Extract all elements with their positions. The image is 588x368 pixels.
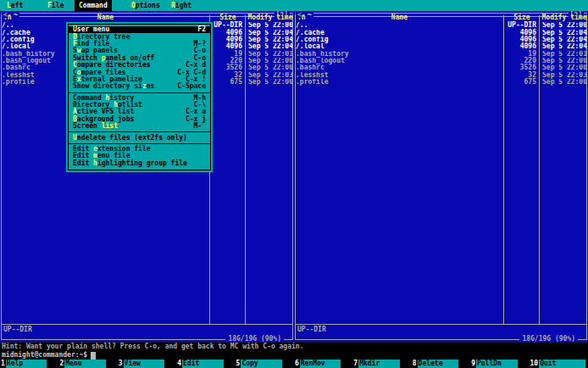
file-mtime: Sep 5 22:00 (245, 79, 292, 86)
fkey-label: Edit (182, 360, 224, 368)
fkey-2-menu[interactable]: 2Menu (58, 360, 117, 368)
panel-border-right (586, 14, 587, 340)
menu-separator (69, 131, 210, 132)
shell-prompt: midnight@commander:~$ (2, 352, 87, 359)
hotkey-letter: R (171, 2, 175, 9)
hotkey-letter: C (79, 2, 83, 9)
menu-shortcut: C-x d (186, 62, 206, 69)
file-row[interactable]: .profile675Sep 5 22:00 (296, 79, 586, 86)
panels-area: <- ~ [^] Name .n Size Modify time /..UP-… (0, 11, 588, 343)
menu-bar: LeftFileCommandOptionsRight (0, 0, 588, 11)
column-header-size[interactable]: Size (504, 14, 540, 21)
file-mtime: Sep 5 22:00 (245, 58, 292, 64)
menubar-item-command[interactable]: Command (75, 0, 112, 11)
file-mtime: Sep 5 22:03 (245, 72, 292, 79)
file-row[interactable]: .lesshst32Sep 5 22:03 (296, 71, 586, 78)
hotkey-letter: U (73, 134, 77, 142)
panel-border-right (292, 14, 293, 340)
fkey-label: Quit (539, 360, 585, 368)
file-mtime: Sep 5 22:04 (245, 30, 292, 36)
fkey-number: 8 (412, 360, 418, 368)
fkey-9-pulldn[interactable]: 9PullDn (470, 360, 529, 368)
fkey-label: PullDn (476, 360, 518, 368)
fkey-label: RenMov (300, 360, 341, 368)
command-input[interactable]: midnight@commander:~$ (0, 351, 588, 360)
file-mtime: Sep 5 22:04 (245, 43, 292, 50)
fkey-number: 9 (470, 360, 476, 368)
file-mtime: Sep 5 22:01 (539, 51, 586, 58)
file-size: 4096 (503, 43, 539, 50)
hotkey-letter: w (77, 47, 81, 54)
panel-column-headers: Name .n Size Modify time (296, 14, 586, 22)
menu-item-screen-list[interactable]: Screen listM-` (69, 123, 210, 130)
file-name: .bash_history (296, 51, 503, 58)
column-header-mtime[interactable]: Modify time (541, 14, 588, 21)
file-mtime: Sep 5 22:00 (539, 79, 586, 86)
column-header-name[interactable]: Name (2, 14, 209, 21)
fkey-number: 1 (0, 360, 6, 368)
menu-separator (69, 143, 210, 144)
fkey-label: Copy (241, 360, 282, 368)
file-row[interactable]: .bash_history19Sep 5 22:01 (296, 50, 586, 57)
menubar-item-file[interactable]: File (43, 0, 68, 11)
fkey-number: 7 (352, 360, 358, 368)
file-mtime: Sep 5 22:00 (245, 64, 292, 71)
fkey-label: Help (6, 360, 47, 368)
file-row[interactable]: /.local4096Sep 5 22:04 (296, 43, 586, 50)
file-row[interactable]: .bash_logout220Sep 5 22:00 (296, 58, 586, 64)
file-row[interactable]: /.cache4096Sep 5 22:04 (296, 29, 586, 36)
menubar-item-left[interactable]: Left (3, 0, 27, 11)
column-header-mtime[interactable]: Modify time (247, 14, 294, 21)
menu-shortcut: F2 (197, 26, 206, 33)
file-name: /.. (296, 22, 503, 29)
file-row[interactable]: .bashrc3526Sep 5 22:00 (296, 64, 586, 71)
menu-item-undelete-files-ext2fs-only[interactable]: Undelete files (ext2fs only) (69, 134, 210, 141)
fkey-10-quit[interactable]: 10Quit (530, 360, 588, 368)
file-mtime: Sep 5 22:04 (539, 43, 586, 50)
file-size: 4096 (209, 43, 245, 50)
file-panel-right: <- ~ [^] Name .n Size Modify time /..UP-… (294, 11, 588, 343)
fkey-7-mkdir[interactable]: 7Mkdir (352, 360, 411, 368)
menubar-item-right[interactable]: Right (167, 0, 196, 11)
file-list: /..UP--DIRSep 5 22:00/.cache4096Sep 5 22… (296, 22, 586, 86)
file-mtime: Sep 5 22:00 (539, 58, 586, 64)
free-space-indicator: 18G/19G (90%) (519, 336, 578, 343)
file-mtime: Sep 5 22:00 (245, 22, 292, 29)
hotkey-letter: L (7, 2, 11, 9)
file-mtime: Sep 5 22:00 (539, 64, 586, 71)
menubar-item-options[interactable]: Options (127, 0, 164, 11)
fkey-3-view[interactable]: 3View (118, 360, 176, 368)
column-header-size[interactable]: Size (210, 14, 246, 21)
ministatus: UP--DIR (297, 326, 326, 333)
file-mtime: Sep 5 22:00 (539, 22, 586, 29)
function-key-bar: 1Help2Menu3View4Edit5Copy6RenMov7Mkdir8D… (0, 360, 588, 368)
file-name: /.cache (296, 30, 503, 36)
ministatus: UP--DIR (3, 326, 32, 333)
command-dropdown-menu: User menuF2Directory treeFind fileM-?Swa… (66, 22, 213, 172)
sort-indicator: .n (3, 14, 12, 21)
column-header-name[interactable]: Name (296, 14, 503, 21)
fkey-8-delete[interactable]: 8Delete (412, 360, 470, 368)
hotkey-letter: list (102, 122, 118, 130)
file-row[interactable]: /.config4096Sep 5 22:04 (296, 36, 586, 43)
fkey-number: 3 (118, 360, 124, 368)
file-size: UP--DIR (209, 22, 245, 29)
fkey-4-edit[interactable]: 4Edit (176, 360, 235, 368)
file-size: 675 (503, 79, 539, 86)
fkey-6-renmov[interactable]: 6RenMov (294, 360, 352, 368)
menu-item-show-directory-sizes[interactable]: Show directory sizesC-Space (69, 83, 210, 90)
file-size: UP--DIR (503, 22, 539, 29)
fkey-label: View (124, 360, 165, 368)
file-name: .lesshst (296, 72, 503, 79)
fkey-number: 2 (58, 360, 64, 368)
fkey-1-help[interactable]: 1Help (0, 360, 58, 368)
menu-shortcut: C-Space (177, 83, 206, 90)
menu-separator (69, 92, 210, 93)
file-mtime: Sep 5 22:04 (539, 36, 586, 43)
panel-column-headers: Name .n Size Modify time (2, 14, 292, 22)
file-row[interactable]: /..UP--DIRSep 5 22:00 (296, 22, 586, 29)
hint-line: Hint: Want your plain shell? Press C-o, … (0, 343, 588, 351)
menu-item-edit-highlighting-group-file[interactable]: Edit highlighting group file (69, 160, 210, 167)
file-name: .bash_logout (296, 58, 503, 64)
fkey-5-copy[interactable]: 5Copy (236, 360, 294, 368)
